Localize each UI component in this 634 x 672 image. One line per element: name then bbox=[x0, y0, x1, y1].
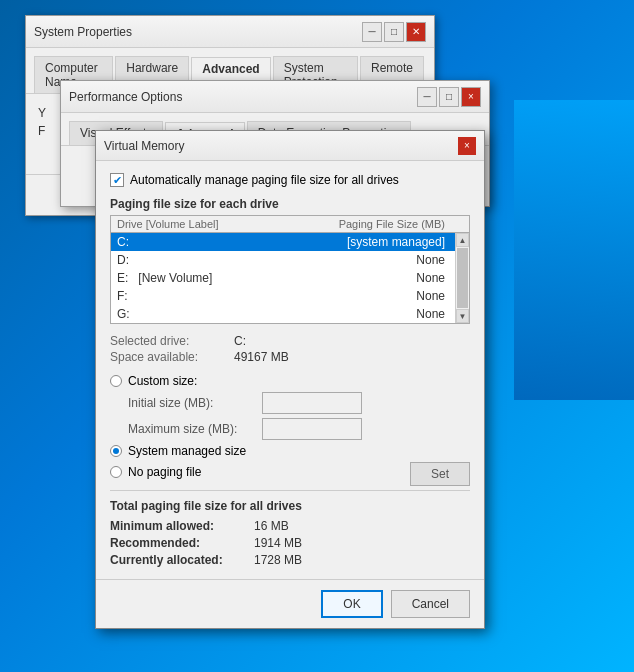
recommended-value: 1914 MB bbox=[254, 536, 470, 550]
total-paging-section: Total paging file size for all drives Mi… bbox=[110, 490, 470, 567]
custom-size-row: Custom size: bbox=[110, 374, 470, 388]
paging-table: Drive [Volume Label] Paging File Size (M… bbox=[110, 215, 470, 324]
perf-minimize-button[interactable]: ─ bbox=[417, 87, 437, 107]
titlebar-buttons: ─ □ ✕ bbox=[362, 22, 426, 42]
system-managed-radio[interactable] bbox=[110, 445, 122, 457]
no-paging-radio[interactable] bbox=[110, 466, 122, 478]
system-properties-title: System Properties bbox=[34, 25, 132, 39]
maximum-size-input[interactable] bbox=[262, 418, 362, 440]
system-properties-titlebar: System Properties ─ □ ✕ bbox=[26, 16, 434, 48]
drive-info-section: Selected drive: C: Space available: 4916… bbox=[110, 334, 470, 364]
maximum-size-row: Maximum size (MB): bbox=[128, 418, 470, 440]
vm-ok-button[interactable]: OK bbox=[321, 590, 382, 618]
row-drive-d: D: bbox=[117, 253, 317, 267]
no-paging-label: No paging file bbox=[128, 465, 201, 479]
currently-allocated-value: 1728 MB bbox=[254, 553, 470, 567]
table-row[interactable]: F: None bbox=[111, 287, 469, 305]
row-size-e: None bbox=[317, 271, 445, 285]
row-size-g: None bbox=[317, 307, 445, 321]
table-row[interactable]: D: None bbox=[111, 251, 469, 269]
vm-footer: OK Cancel bbox=[96, 579, 484, 628]
selected-drive-label: Selected drive: bbox=[110, 334, 230, 348]
paging-table-header: Drive [Volume Label] Paging File Size (M… bbox=[111, 216, 469, 233]
perf-options-titlebar: Performance Options ─ □ × bbox=[61, 81, 489, 113]
row-drive-c: C: bbox=[117, 235, 317, 249]
currently-allocated-label: Currently allocated: bbox=[110, 553, 250, 567]
vm-cancel-button[interactable]: Cancel bbox=[391, 590, 470, 618]
scroll-thumb[interactable] bbox=[457, 248, 468, 308]
minimize-button[interactable]: ─ bbox=[362, 22, 382, 42]
space-available-label: Space available: bbox=[110, 350, 230, 364]
vm-title: Virtual Memory bbox=[104, 139, 184, 153]
row-size-d: None bbox=[317, 253, 445, 267]
paging-section-label: Paging file size for each drive bbox=[110, 197, 470, 211]
set-button[interactable]: Set bbox=[410, 462, 470, 486]
initial-size-input[interactable] bbox=[262, 392, 362, 414]
row-size-f: None bbox=[317, 289, 445, 303]
row-drive-g: G: bbox=[117, 307, 317, 321]
min-allowed-label: Minimum allowed: bbox=[110, 519, 250, 533]
initial-size-row: Initial size (MB): bbox=[128, 392, 470, 414]
table-row[interactable]: C: [system managed] bbox=[111, 233, 469, 251]
scroll-down-arrow[interactable]: ▼ bbox=[456, 309, 469, 323]
row-size-c: [system managed] bbox=[317, 235, 445, 249]
custom-size-radio[interactable] bbox=[110, 375, 122, 387]
perf-titlebar-buttons: ─ □ × bbox=[417, 87, 481, 107]
maximize-button[interactable]: □ bbox=[384, 22, 404, 42]
header-size: Paging File Size (MB) bbox=[339, 218, 445, 230]
min-allowed-value: 16 MB bbox=[254, 519, 470, 533]
close-button[interactable]: ✕ bbox=[406, 22, 426, 42]
vm-content: ✔ Automatically manage paging file size … bbox=[96, 161, 484, 579]
space-available-value: 49167 MB bbox=[234, 350, 470, 364]
initial-size-label: Initial size (MB): bbox=[128, 396, 258, 410]
total-section-label: Total paging file size for all drives bbox=[110, 499, 470, 513]
system-managed-label: System managed size bbox=[128, 444, 246, 458]
recommended-label: Recommended: bbox=[110, 536, 250, 550]
vm-close-button[interactable]: × bbox=[458, 137, 476, 155]
selected-drive-value: C: bbox=[234, 334, 470, 348]
blue-accent-panel bbox=[514, 100, 634, 400]
table-scrollbar[interactable]: ▲ ▼ bbox=[455, 233, 469, 323]
row-drive-e: E: [New Volume] bbox=[117, 271, 317, 285]
table-row[interactable]: E: [New Volume] None bbox=[111, 269, 469, 287]
auto-manage-checkbox[interactable]: ✔ bbox=[110, 173, 124, 187]
perf-close-button[interactable]: × bbox=[461, 87, 481, 107]
row-drive-f: F: bbox=[117, 289, 317, 303]
header-drive: Drive [Volume Label] bbox=[117, 218, 219, 230]
auto-manage-row: ✔ Automatically manage paging file size … bbox=[110, 173, 470, 187]
maximum-size-label: Maximum size (MB): bbox=[128, 422, 258, 436]
scroll-up-arrow[interactable]: ▲ bbox=[456, 233, 469, 247]
vm-titlebar: Virtual Memory × bbox=[96, 131, 484, 161]
custom-size-label: Custom size: bbox=[128, 374, 197, 388]
no-paging-row: No paging file Set bbox=[110, 462, 470, 486]
virtual-memory-dialog: Virtual Memory × ✔ Automatically manage … bbox=[95, 130, 485, 629]
table-row[interactable]: G: None bbox=[111, 305, 469, 323]
auto-manage-label: Automatically manage paging file size fo… bbox=[130, 173, 399, 187]
total-info-grid: Minimum allowed: 16 MB Recommended: 1914… bbox=[110, 519, 470, 567]
no-paging-radio-row: No paging file bbox=[110, 465, 201, 479]
perf-options-title: Performance Options bbox=[69, 90, 182, 104]
perf-maximize-button[interactable]: □ bbox=[439, 87, 459, 107]
system-managed-row: System managed size bbox=[110, 444, 470, 458]
